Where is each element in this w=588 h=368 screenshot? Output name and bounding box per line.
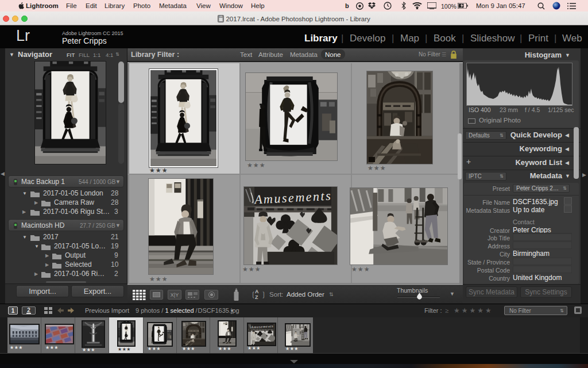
svg-text:LR: LR [220,16,223,18]
